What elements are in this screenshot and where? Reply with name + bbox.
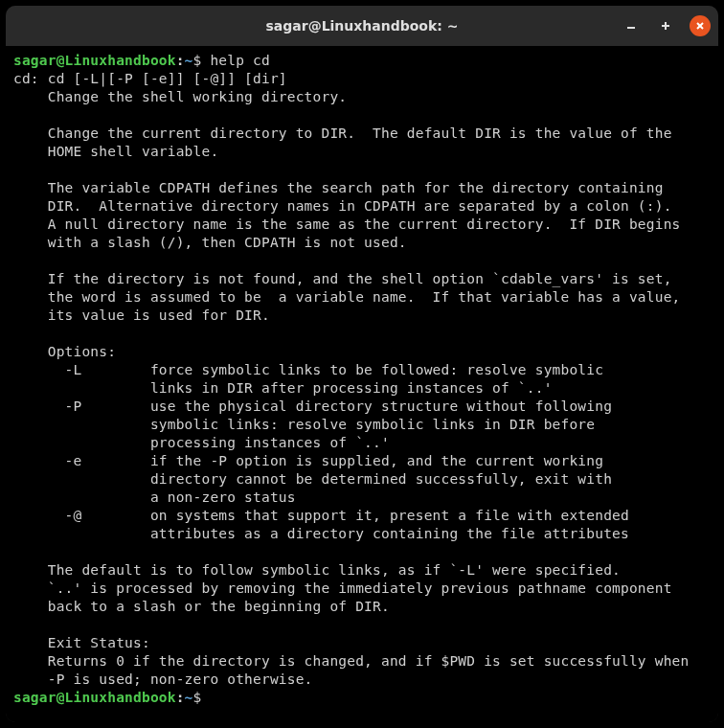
output-line: -e if the -P option is supplied, and the…	[13, 453, 603, 468]
output-line: HOME shell variable.	[13, 144, 218, 159]
terminal-window: sagar@Linuxhandbook: ~ sagar@Linuxhandbo…	[6, 6, 718, 722]
output-line	[13, 544, 48, 559]
output-line: `..' is processed by removing the immedi…	[13, 580, 672, 596]
output-line: with a slash (/), then CDPATH is not use…	[13, 235, 407, 250]
titlebar: sagar@Linuxhandbook: ~	[6, 6, 718, 46]
output-line: links in DIR after processing instances …	[13, 380, 553, 396]
output-line: the word is assumed to be a variable nam…	[13, 289, 681, 305]
minimize-icon	[625, 17, 637, 35]
output-line: directory cannot be determined successfu…	[13, 471, 612, 487]
prompt-path: ~	[185, 53, 193, 68]
prompt-path: ~	[185, 690, 193, 705]
output-line: A null directory name is the same as the…	[13, 216, 681, 232]
output-line: Returns 0 if the directory is changed, a…	[13, 653, 689, 669]
output-line: a non-zero status	[13, 489, 296, 505]
close-icon	[694, 17, 706, 35]
output-line: back to a slash or the beginning of DIR.	[13, 599, 390, 614]
output-line: If the directory is not found, and the s…	[13, 271, 672, 286]
output-line: symbolic links: resolve symbolic links i…	[13, 417, 595, 432]
output-line: processing instances of `..'	[13, 435, 390, 450]
maximize-button[interactable]	[655, 15, 676, 36]
output-line: Change the current directory to DIR. The…	[13, 125, 672, 141]
plus-icon	[660, 17, 671, 35]
output-line: -L force symbolic links to be followed: …	[13, 362, 603, 377]
output-line	[13, 253, 48, 268]
prompt-user-host: sagar@Linuxhandbook	[13, 690, 176, 705]
output-line	[13, 617, 48, 632]
prompt-user-host: sagar@Linuxhandbook	[13, 53, 176, 68]
output-line: Change the shell working directory.	[13, 89, 347, 104]
output-line: attributes as a directory containing the…	[13, 526, 629, 541]
window-controls	[621, 15, 711, 36]
prompt-colon: :	[176, 690, 185, 705]
output-line: DIR. Alternative directory names in CDPA…	[13, 198, 672, 214]
output-line: The variable CDPATH defines the search p…	[13, 180, 664, 195]
output-line	[13, 326, 48, 341]
command-input-1: help cd	[210, 53, 270, 68]
prompt-dollar: $	[193, 53, 202, 68]
output-line: -P is used; non-zero otherwise.	[13, 671, 313, 687]
output-line: its value is used for DIR.	[13, 307, 270, 323]
output-line: -P use the physical directory structure …	[13, 398, 612, 414]
output-line: -@ on systems that support it, present a…	[13, 508, 629, 523]
window-title: sagar@Linuxhandbook: ~	[265, 18, 458, 34]
output-line: cd: cd [-L|[-P [-e]] [-@]] [dir]	[13, 71, 287, 86]
prompt-dollar: $	[193, 690, 202, 705]
close-button[interactable]	[690, 15, 711, 36]
output-line	[13, 107, 48, 123]
minimize-button[interactable]	[621, 15, 642, 36]
output-line	[13, 162, 48, 177]
output-line: The default is to follow symbolic links,…	[13, 562, 621, 578]
terminal-content[interactable]: sagar@Linuxhandbook:~$ help cd cd: cd [-…	[6, 46, 718, 722]
output-line: Options:	[13, 344, 116, 359]
output-line: Exit Status:	[13, 635, 150, 650]
prompt-colon: :	[176, 53, 185, 68]
